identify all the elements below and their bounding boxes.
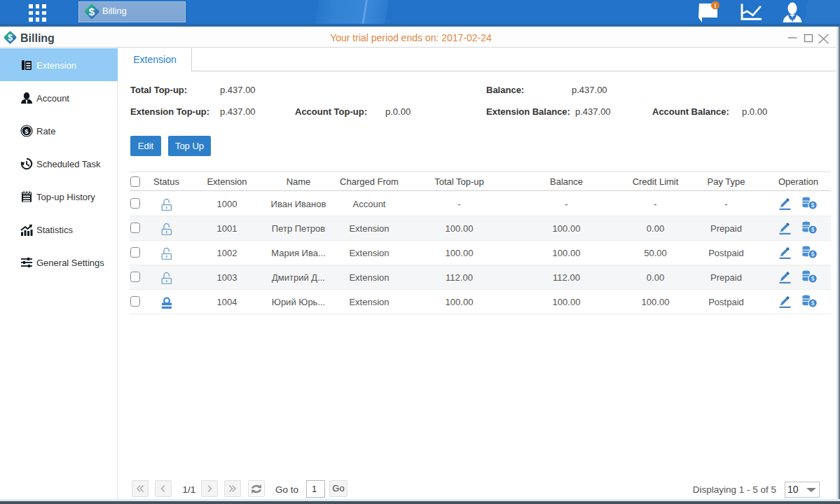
svg-text:$: $ [811,202,815,209]
svg-text:$: $ [811,226,815,233]
svg-text:$: $ [89,6,95,18]
svg-text:!: ! [715,2,717,9]
svg-text:$: $ [811,251,815,258]
svg-text:$: $ [811,300,815,307]
svg-text:$: $ [25,127,29,135]
svg-text:$: $ [811,275,815,282]
